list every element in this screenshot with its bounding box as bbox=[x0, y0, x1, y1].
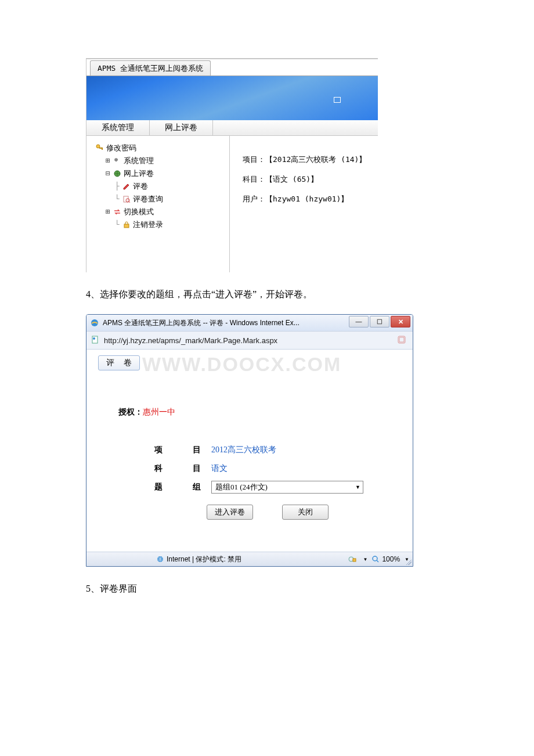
subject-value[interactable]: 语文 bbox=[211, 463, 228, 474]
svg-rect-12 bbox=[399, 337, 404, 342]
close-dialog-button[interactable]: 关闭 bbox=[282, 505, 329, 520]
project-label: 项 目 bbox=[154, 445, 211, 455]
tree-node-onlinemark[interactable]: ⊟ 网上评卷 bbox=[104, 167, 229, 180]
apms-info-panel: 项目：【2012高三六校联考 (14)】 科目：【语文 (65)】 用户：【hz… bbox=[230, 136, 378, 272]
key-icon bbox=[95, 143, 105, 153]
project-value[interactable]: 2012高三六校联考 bbox=[211, 445, 276, 455]
compat-icon[interactable] bbox=[396, 334, 408, 346]
apms-window: APMS 全通纸笔王网上阅卷系统 系统管理 网上评卷 修改密码 bbox=[86, 58, 378, 272]
tree-header-label: 修改密码 bbox=[106, 142, 136, 154]
globe-icon bbox=[112, 169, 122, 178]
collapse-icon[interactable]: ⊟ bbox=[104, 167, 112, 180]
tree-header[interactable]: 修改密码 bbox=[95, 142, 229, 154]
svg-rect-15 bbox=[353, 559, 356, 561]
tree-node-switch[interactable]: ⊞ 切换模式 bbox=[104, 206, 229, 218]
row-subject: 科 目 语文 bbox=[154, 459, 363, 478]
svg-point-16 bbox=[373, 556, 377, 561]
tree-line-icon: └ bbox=[113, 218, 121, 231]
row-group: 题 组 题组01 (24作文) ▼ bbox=[154, 478, 363, 496]
page-icon bbox=[91, 336, 100, 345]
search-doc-icon bbox=[121, 195, 132, 204]
tree-node-query-label: 评卷查询 bbox=[133, 193, 163, 206]
svg-rect-2 bbox=[102, 147, 103, 150]
group-label: 题 组 bbox=[154, 482, 211, 492]
step-4-text: 4、选择你要改的题组，再点击“进入评卷”，开始评卷。 bbox=[86, 286, 534, 303]
ie-icon bbox=[90, 318, 99, 327]
info-project: 项目：【2012高三六校联考 (14)】 bbox=[243, 150, 378, 170]
svg-point-10 bbox=[93, 337, 95, 340]
auth-row: 授权：惠州一中 bbox=[118, 407, 175, 417]
enter-mark-button[interactable]: 进入评卷 bbox=[207, 505, 253, 520]
ie-url[interactable]: http://yj.hzyz.net/apms/_mark/Mark.Page.… bbox=[104, 336, 396, 345]
apms-tab-active[interactable]: APMS 全通纸笔王网上阅卷系统 bbox=[90, 60, 211, 75]
group-select[interactable]: 题组01 (24作文) ▼ bbox=[211, 481, 363, 494]
svg-rect-9 bbox=[92, 336, 98, 343]
banner-square-icon bbox=[334, 97, 341, 103]
tree-line-icon: ├ bbox=[113, 180, 121, 193]
apms-tabstrip: APMS 全通纸笔王网上阅卷系统 bbox=[86, 59, 378, 76]
expand-icon[interactable]: ⊞ bbox=[104, 154, 112, 167]
ie-addressbar: http://yj.hzyz.net/apms/_mark/Mark.Page.… bbox=[86, 331, 413, 350]
zoom-icon bbox=[371, 555, 380, 563]
tree-node-query[interactable]: └ 评卷查询 bbox=[113, 193, 229, 206]
info-user: 用户：【hzyw01 (hzyw01)】 bbox=[243, 189, 378, 209]
auth-label: 授权： bbox=[118, 408, 143, 416]
maximize-button[interactable]: ☐ bbox=[370, 316, 389, 327]
close-button[interactable]: ✕ bbox=[391, 316, 410, 327]
tree-node-onlinemark-label: 网上评卷 bbox=[124, 167, 154, 180]
step-5-text: 5、评卷界面 bbox=[86, 581, 534, 597]
chevron-down-icon: ▼ bbox=[355, 484, 360, 490]
row-project: 项 目 2012高三六校联考 bbox=[154, 441, 363, 459]
svg-rect-7 bbox=[124, 224, 129, 228]
zoom-control[interactable]: 100% ▼ bbox=[371, 555, 409, 563]
zoom-value: 100% bbox=[382, 555, 400, 563]
ie-zone: Internet | 保护模式: 禁用 bbox=[167, 555, 241, 564]
resize-grip-icon[interactable] bbox=[405, 558, 412, 565]
minimize-button[interactable]: — bbox=[349, 316, 369, 327]
form-area: 项 目 2012高三六校联考 科 目 语文 题 组 题组01 (24作文) bbox=[154, 441, 363, 496]
tree-node-switch-label: 切换模式 bbox=[124, 206, 154, 218]
tree-node-mark-label: 评卷 bbox=[133, 180, 148, 193]
auth-value: 惠州一中 bbox=[143, 408, 175, 416]
tree-node-logout-label: 注销登录 bbox=[133, 218, 163, 231]
eval-tab[interactable]: 评 卷 bbox=[98, 355, 140, 370]
menu-system[interactable]: 系统管理 bbox=[86, 120, 150, 135]
tree-node-system[interactable]: ⊞ 系统管理 bbox=[104, 154, 229, 167]
chevron-down-icon[interactable]: ▼ bbox=[360, 555, 370, 563]
tree-node-mark[interactable]: ├ 评卷 bbox=[113, 180, 229, 193]
group-select-value: 题组01 (24作文) bbox=[215, 482, 268, 492]
expand-icon[interactable]: ⊞ bbox=[104, 206, 112, 218]
tree-line-icon: └ bbox=[113, 193, 121, 206]
pencil-icon bbox=[121, 182, 132, 191]
globe-icon bbox=[156, 555, 164, 563]
menu-online-mark[interactable]: 网上评卷 bbox=[150, 120, 213, 135]
window-buttons: — ☐ ✕ bbox=[349, 316, 410, 327]
ie-titlebar: APMS 全通纸笔王网上阅卷系统 -- 评卷 - Windows Interne… bbox=[86, 315, 413, 331]
switch-icon bbox=[112, 207, 122, 217]
button-row: 进入评卷 关闭 bbox=[207, 505, 329, 520]
svg-line-17 bbox=[377, 560, 378, 562]
lock-icon bbox=[121, 220, 132, 229]
apms-tree: 修改密码 ⊞ 系统管理 ⊟ 网上评卷 bbox=[86, 136, 230, 272]
tree-node-system-label: 系统管理 bbox=[124, 154, 154, 167]
svg-line-6 bbox=[129, 201, 130, 203]
ie-window: APMS 全通纸笔王网上阅卷系统 -- 评卷 - Windows Interne… bbox=[86, 314, 413, 567]
apms-menubar: 系统管理 网上评卷 bbox=[86, 120, 378, 136]
tree-node-logout[interactable]: └ 注销登录 bbox=[113, 218, 229, 231]
ie-title-text: APMS 全通纸笔王网上阅卷系统 -- 评卷 - Windows Interne… bbox=[103, 318, 300, 328]
subject-label: 科 目 bbox=[154, 463, 211, 474]
info-subject: 科目：【语文 (65)】 bbox=[243, 170, 378, 189]
ie-statusbar: Internet | 保护模式: 禁用 ▼ 100% ▼ bbox=[86, 552, 413, 566]
protected-mode-icon[interactable] bbox=[347, 555, 358, 563]
wrench-icon bbox=[112, 156, 122, 165]
ie-content: WWW.DOOCX.COM 评 卷 授权：惠州一中 项 目 2012高三六校联考 bbox=[86, 350, 413, 552]
apms-banner bbox=[86, 76, 378, 120]
